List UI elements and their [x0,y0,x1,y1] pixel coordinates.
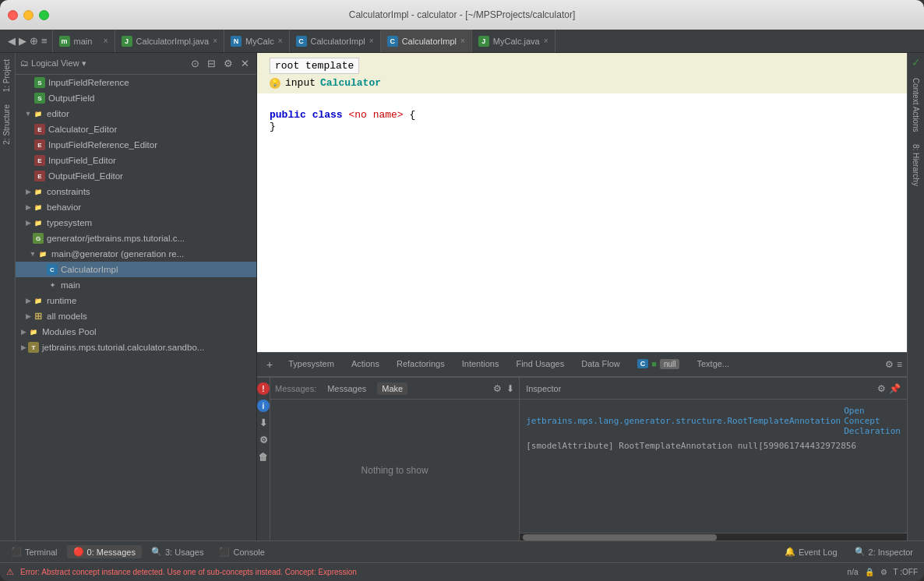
icon-s-inputfieldref: S [34,77,45,88]
arrow-runtime: ▶ [23,297,33,305]
tree-item-inputfield-editor[interactable]: E InputField_Editor [16,153,256,168]
input-keyword: input [285,77,316,89]
tab-close-mj[interactable]: × [544,37,548,45]
bsb-eventlog[interactable]: 🔔 Event Log [778,545,844,558]
tab-findusages-label: Find Usages [516,359,564,368]
right-sidebar: ✓ Context Actions 8: Hierarchy [907,53,924,541]
template-box: root template [270,58,359,74]
tab-mycalc-java[interactable]: J MyCalc.java × [472,30,555,52]
messages-settings-icon[interactable]: ⚙ [493,383,502,394]
inspector-expand-icon[interactable]: ≡ [897,359,902,370]
sidebar-label-hierarchy[interactable]: 8: Hierarchy [910,138,922,192]
tree-item-constraints[interactable]: ▶ 📁 constraints [16,184,256,199]
tab-dataflow[interactable]: Data Flow [573,353,628,376]
tab-close-main[interactable]: × [104,37,108,45]
settings-icon[interactable]: ≡ [41,35,48,47]
icon-e-ifreditor: E [34,139,45,150]
tree-item-outputfield-editor[interactable]: E OutputField_Editor [16,168,256,184]
bsb-terminal[interactable]: ⬛ Terminal [5,545,64,558]
code-editor[interactable]: root template 💡 input Calculator public … [257,53,907,352]
sidebar-label-project[interactable]: 1: Project [0,53,15,98]
bsb-console[interactable]: ⬛ Console [213,545,270,558]
project-panel: 🗂 Logical View ▾ ⊙ ⊟ ⚙ ✕ S InputFieldRef… [16,53,257,541]
tab-close-ci2[interactable]: × [460,37,465,45]
editor-area: root template 💡 input Calculator public … [257,53,907,541]
inspector-hscrollbar[interactable] [520,533,907,541]
inspector-concept-link[interactable]: jetbrains.mps.lang.generator.structure.R… [526,416,841,426]
close-button[interactable] [8,10,18,20]
error-icon[interactable]: ! [257,382,270,395]
sidebar-label-context-actions[interactable]: Context Actions [910,72,922,138]
tree-item-modulespool[interactable]: ▶ 📁 Modules Pool [16,324,256,340]
info-icon[interactable]: i [257,400,270,412]
tree-item-typesystem[interactable]: ▶ 📁 typesystem [16,215,256,231]
tab-close-mc[interactable]: × [278,37,283,45]
tree-item-maingenerator[interactable]: ▼ 📁 main@generator (generation re... [16,246,256,262]
scroll-from-source-btn[interactable]: ⊙ [189,57,202,70]
tree-item-inputfieldref-editor[interactable]: E InputFieldReference_Editor [16,137,256,153]
settings-btn[interactable]: ⚙ [221,57,235,70]
tab-findusages[interactable]: Find Usages [508,353,572,376]
zoom-button[interactable] [39,10,49,20]
tab-typesystem[interactable]: Typesystem [280,353,342,376]
tab-label-ci2: CalculatorImpl [402,37,457,46]
tab-intentions[interactable]: Intentions [454,353,507,376]
inspector-pin-icon[interactable]: 📌 [889,383,901,394]
inspector-settings-icon[interactable]: ⚙ [885,359,894,370]
tab-refactorings[interactable]: Refactorings [389,353,453,376]
messages-content: Nothing to show [270,400,519,541]
minimize-button[interactable] [23,10,34,20]
tab-calculatorimpl1[interactable]: C CalculatorImpl × [290,30,381,52]
close-panel-btn[interactable]: ✕ [238,57,252,70]
tool-icon[interactable]: ⚙ [257,434,270,446]
sidebar-label-structure[interactable]: 2: Structure [0,98,15,151]
inspector-gear-icon[interactable]: ⚙ [877,383,886,394]
add-tab-btn[interactable]: + [260,353,279,376]
inspector-open-concept-link[interactable]: Open Concept Declaration [844,406,901,436]
bsb-usages[interactable]: 🔍 3: Usages [145,545,210,558]
tree-item-calculatorimpl[interactable]: C CalculatorImpl [16,262,256,277]
messages-close-icon[interactable]: ⬇ [506,383,514,394]
status-toggle[interactable]: T :OFF [894,568,918,576]
tab-calculatorimpl2[interactable]: C CalculatorImpl × [381,30,472,52]
tree-item-generator[interactable]: G generator/jetbrains.mps.tutorial.c... [16,231,256,246]
tab-close-cj[interactable]: × [213,37,217,45]
tree-item-runtime[interactable]: ▶ 📁 runtime [16,293,256,308]
tree-item-inputfieldref[interactable]: S InputFieldReference [16,75,256,90]
inspector-text-row: [smodelAttribute] RootTemplateAnnotation… [526,438,901,451]
trash-icon[interactable]: 🗑 [257,451,270,463]
status-lock-icon: 🔒 [865,568,874,576]
left-sidebar: 1: Project 2: Structure [0,53,16,541]
traffic-lights [8,10,49,20]
tab-mycalc[interactable]: N MyCalc × [224,30,290,52]
tab-textge[interactable]: Textge... [689,353,737,376]
tab-messages-messages[interactable]: Messages [323,382,371,395]
bsb-messages[interactable]: 🔴 0: Messages [67,545,142,558]
tab-calculatorimpl-java[interactable]: J CalculatorImpl.java × [115,30,224,52]
class-name-noname: <no name> [348,109,403,121]
inspector-label: Inspector [526,384,877,393]
tree-item-main-sub[interactable]: ✦ main [16,277,256,293]
tree-item-editor[interactable]: ▼ 📁 editor [16,106,256,121]
tab-badge-c[interactable]: C ■ null [630,353,688,376]
tab-main[interactable]: m main × [53,30,115,52]
inspector-content: jetbrains.mps.lang.generator.structure.R… [520,400,907,533]
tree-item-sandbox[interactable]: ▶ T jetbrains.mps.tutorial.calculator.sa… [16,340,256,355]
download-icon[interactable]: ⬇ [257,417,270,429]
navigate-back-icon[interactable]: ◀ [8,35,16,47]
tab-messages-make[interactable]: Make [377,382,407,395]
inspector-panel: Inspector ⚙ 📌 jetbrains.mps.lang.generat… [520,378,907,541]
navigate-forward-icon[interactable]: ▶ [19,35,26,47]
tab-close-ci1[interactable]: × [369,37,374,45]
tree-item-allmodels[interactable]: ▶ ⊞ all models [16,308,256,324]
tab-actions[interactable]: Actions [344,353,387,376]
tree-item-outputfield[interactable]: S OutputField [16,90,256,106]
collapse-all-btn[interactable]: ⊟ [205,57,218,70]
tree-item-calc-editor[interactable]: E Calculator_Editor [16,121,256,137]
kw-class: class [312,109,343,121]
tree-item-behavior[interactable]: ▶ 📁 behavior [16,199,256,215]
icon-e-calceditor: E [34,124,45,135]
expand-icon[interactable]: ⊕ [30,35,38,47]
bsb-inspector[interactable]: 🔍 2: Inspector [848,545,919,558]
inspector-icon: 🔍 [855,547,866,557]
